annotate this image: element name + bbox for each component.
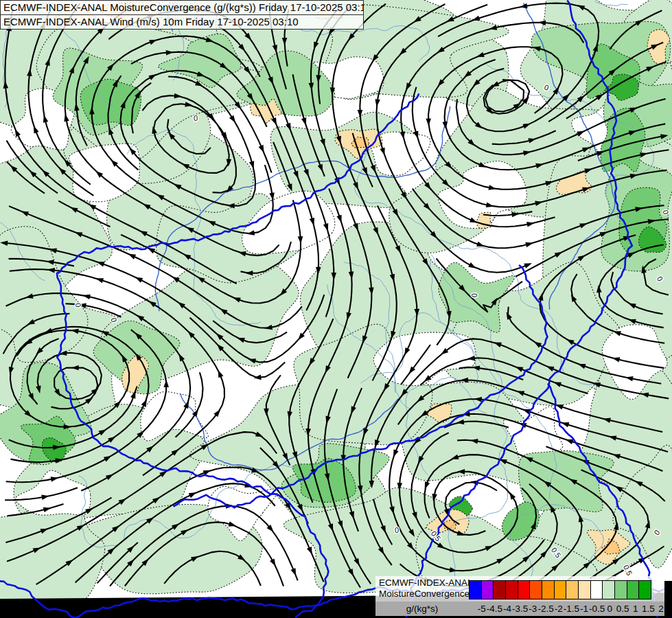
legend-color-swatch <box>627 580 640 599</box>
legend-colorbar <box>469 580 651 599</box>
legend-scale-bar: g/(kg*s) -5-4.5-4-3.5-3-2.5-2-1.5-1-0.50… <box>375 602 664 616</box>
legend-color-swatch <box>554 580 567 599</box>
contour-label: 0 <box>470 293 478 297</box>
weather-map-screenshot: 0000000000.50.50.5 ECMWF-INDEX-ANAL Mois… <box>0 0 672 618</box>
legend-color-swatch <box>590 580 603 599</box>
title-box: ECMWF-INDEX-ANAL MoistureConvergence (g/… <box>0 0 364 30</box>
legend-tick-label: -4.5 <box>487 604 502 614</box>
legend-tick-label: 0 <box>607 604 613 614</box>
legend-tick-label: -4 <box>503 604 511 614</box>
legend-tick-label: 1.5 <box>642 604 655 614</box>
legend-tick-label: -1.5 <box>564 604 579 614</box>
legend-tick-label: 2 <box>658 604 664 614</box>
legend-color-swatch <box>505 580 518 599</box>
legend-tick-label: -2 <box>555 604 563 614</box>
legend-tick-label: -5 <box>478 604 486 614</box>
legend-tick-label: -2.5 <box>537 604 553 614</box>
legend-color-swatch <box>529 580 542 599</box>
legend-color-swatch <box>602 580 615 599</box>
map-canvas: 0000000000.50.50.5 <box>0 0 672 618</box>
contour-label: 0 <box>194 114 198 122</box>
legend-parameter-label: MoistureConvergence <box>379 588 473 599</box>
legend-color-swatch <box>614 580 627 599</box>
bottom-right-mask <box>664 581 672 618</box>
title-line-wind: ECMWF-INDEX-ANAL Wind (m/s) 10m Friday 1… <box>0 14 364 30</box>
legend-color-swatch <box>638 580 651 599</box>
contour-label: 0 <box>395 526 399 534</box>
legend-tick-label: -3 <box>529 604 537 614</box>
legend-tick-label: -3.5 <box>512 604 528 614</box>
legend-unit-label: g/(kg*s) <box>375 604 469 614</box>
legend-tick-label: -0.5 <box>589 604 605 614</box>
legend-tick-label: 0.5 <box>616 604 629 614</box>
legend-titles: ECMWF-INDEX-ANAL MoistureConvergence <box>379 577 473 599</box>
legend-color-swatch <box>481 580 494 599</box>
legend-tick-label: 1 <box>633 604 638 614</box>
legend-color-swatch <box>566 580 579 599</box>
legend-model-label: ECMWF-INDEX-ANAL <box>379 577 473 588</box>
title-line-moisture-convergence: ECMWF-INDEX-ANAL MoistureConvergence (g/… <box>0 0 364 15</box>
legend-color-swatch <box>493 580 506 599</box>
legend-color-swatch <box>578 580 591 599</box>
legend-color-swatch <box>542 580 555 599</box>
legend-color-swatch <box>469 580 482 599</box>
legend-tick-label: -1 <box>580 604 588 614</box>
legend-color-swatch <box>518 580 531 599</box>
